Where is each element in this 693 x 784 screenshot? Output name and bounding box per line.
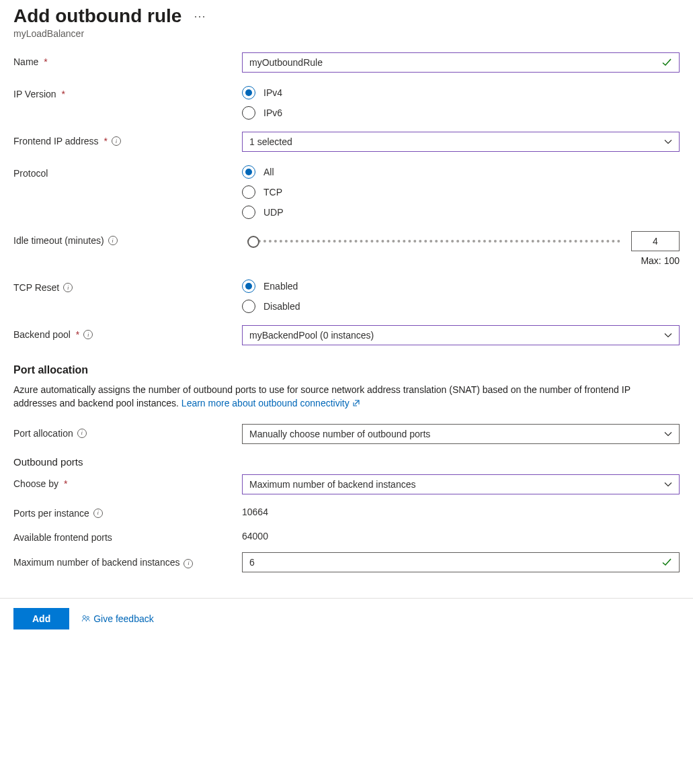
available-frontend-ports-value: 64000	[242, 528, 680, 541]
page-title: Add outbound rule	[13, 5, 181, 27]
choose-by-select[interactable]: Maximum number of backend instances	[242, 474, 680, 494]
feedback-icon	[81, 614, 91, 623]
ports-per-instance-label: Ports per instance i	[13, 504, 242, 519]
form-body: Name* myOutboundRule IP Version* IPv4	[0, 42, 693, 598]
port-allocation-label: Port allocation i	[13, 424, 242, 439]
check-icon	[661, 557, 672, 568]
svg-point-0	[83, 615, 85, 618]
max-backend-label: Maximum number of backend instances i	[13, 552, 242, 568]
protocol-all-radio[interactable]: All	[242, 165, 680, 179]
tcp-reset-radio-group: Enabled Disabled	[242, 278, 680, 313]
frontend-select[interactable]: 1 selected	[242, 132, 680, 152]
name-label: Name*	[13, 52, 242, 67]
give-feedback-link[interactable]: Give feedback	[81, 613, 154, 624]
add-button[interactable]: Add	[13, 608, 69, 629]
info-icon[interactable]: i	[77, 429, 87, 438]
info-icon[interactable]: i	[108, 236, 118, 245]
port-allocation-desc: Azure automatically assigns the number o…	[13, 383, 659, 410]
svg-point-1	[87, 616, 89, 619]
more-icon[interactable]: ···	[194, 9, 206, 24]
info-icon[interactable]: i	[83, 330, 93, 339]
protocol-tcp-radio[interactable]: TCP	[242, 185, 680, 199]
tcp-reset-disabled-radio[interactable]: Disabled	[242, 300, 680, 313]
idle-timeout-max-label: Max: 100	[242, 255, 680, 266]
ipversion-label: IP Version*	[13, 85, 242, 99]
backend-pool-label: Backend pool* i	[13, 325, 242, 340]
ports-per-instance-value: 10664	[242, 504, 680, 517]
available-frontend-ports-label: Available frontend ports	[13, 528, 242, 543]
info-icon[interactable]: i	[63, 283, 73, 292]
port-allocation-select[interactable]: Manually choose number of outbound ports	[242, 424, 680, 444]
panel-header: Add outbound rule ··· myLoadBalancer	[0, 0, 693, 42]
footer: Add Give feedback	[0, 598, 693, 639]
learn-more-link[interactable]: Learn more about outbound connectivity	[181, 398, 360, 408]
ipversion-ipv4-radio[interactable]: IPv4	[242, 86, 680, 99]
info-icon[interactable]: i	[93, 509, 103, 518]
check-icon	[661, 57, 672, 68]
protocol-radio-group: All TCP UDP	[242, 164, 680, 219]
external-link-icon	[352, 397, 360, 405]
ipversion-ipv6-radio[interactable]: IPv6	[242, 106, 680, 120]
frontend-label: Frontend IP address* i	[13, 132, 242, 146]
protocol-udp-radio[interactable]: UDP	[242, 206, 680, 219]
chevron-down-icon	[664, 430, 672, 438]
info-icon[interactable]: i	[112, 136, 121, 146]
tcp-reset-label: TCP Reset i	[13, 278, 242, 293]
protocol-label: Protocol	[13, 164, 242, 179]
info-icon[interactable]: i	[184, 559, 193, 568]
page-subtitle: myLoadBalancer	[13, 28, 680, 39]
name-input[interactable]: myOutboundRule	[242, 52, 680, 73]
idle-timeout-slider[interactable]	[247, 240, 620, 243]
chevron-down-icon	[664, 480, 672, 488]
ipversion-radio-group: IPv4 IPv6	[242, 85, 680, 120]
backend-pool-select[interactable]: myBackendPool (0 instances)	[242, 325, 680, 345]
idle-timeout-value[interactable]: 4	[631, 231, 680, 251]
port-allocation-title: Port allocation	[13, 364, 680, 376]
outbound-ports-title: Outbound ports	[13, 456, 680, 468]
max-backend-input[interactable]: 6	[242, 552, 680, 572]
chevron-down-icon	[664, 138, 672, 146]
choose-by-label: Choose by*	[13, 474, 242, 489]
slider-thumb[interactable]	[247, 236, 259, 248]
chevron-down-icon	[664, 331, 672, 339]
tcp-reset-enabled-radio[interactable]: Enabled	[242, 279, 680, 293]
idle-timeout-label: Idle timeout (minutes) i	[13, 231, 242, 246]
